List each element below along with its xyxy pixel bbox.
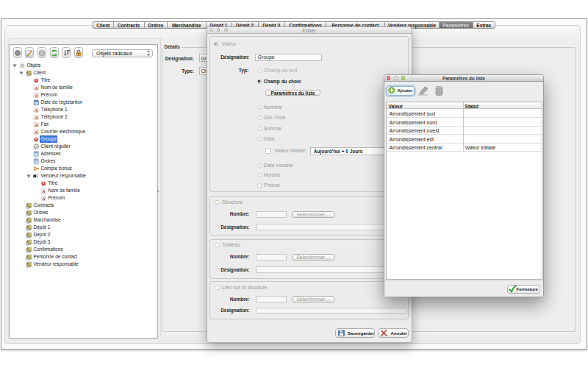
svg-text:A: A	[34, 92, 38, 97]
svg-text:A: A	[34, 114, 38, 119]
svg-text:A: A	[41, 195, 46, 200]
svg-text:A: A	[34, 121, 38, 127]
svg-text:A: A	[34, 107, 38, 112]
svg-text:A: A	[34, 129, 38, 134]
svg-text:A: A	[34, 85, 38, 90]
svg-text:A: A	[41, 188, 46, 193]
